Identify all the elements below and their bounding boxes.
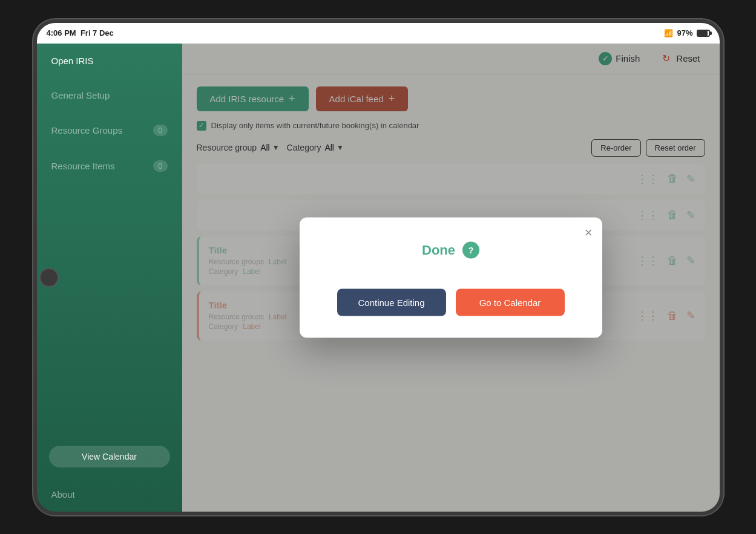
sidebar-bottom: View Calendar About — [37, 436, 182, 512]
modal-buttons: Continue Editing Go to Calendar — [319, 288, 583, 316]
modal-title: Done — [422, 242, 455, 258]
sidebar: Open IRIS General Setup Resource Groups … — [37, 44, 182, 512]
sidebar-label-open-iris: Open IRIS — [51, 56, 94, 66]
view-calendar-button[interactable]: View Calendar — [49, 446, 170, 467]
sidebar-label-resource-groups: Resource Groups — [51, 125, 123, 135]
continue-editing-button[interactable]: Continue Editing — [337, 288, 446, 316]
sidebar-label-resource-items: Resource Items — [51, 161, 115, 171]
wifi-icon: 📶 — [664, 29, 673, 37]
home-button[interactable] — [39, 268, 59, 287]
sidebar-item-about[interactable]: About — [37, 477, 182, 512]
sidebar-item-resource-groups[interactable]: Resource Groups 0 — [37, 112, 182, 148]
main-content: ✓ Finish ↻ Reset Add IRIS resource + — [182, 44, 720, 512]
modal-title-row: Done ? — [319, 241, 583, 258]
battery-percent: 97% — [677, 28, 692, 37]
ipad-frame: 4:06 PM Fri 7 Dec 📶 97% Open IRIS Genera… — [33, 19, 723, 515]
sidebar-item-open-iris[interactable]: Open IRIS — [37, 44, 182, 78]
sidebar-label-general-setup: General Setup — [51, 90, 110, 100]
resource-items-badge: 0 — [153, 160, 167, 172]
battery-icon — [697, 30, 710, 37]
status-bar: 4:06 PM Fri 7 Dec 📶 97% — [37, 23, 720, 44]
done-modal: × Done ? Continue Editing Go to Calendar — [300, 217, 602, 337]
sidebar-label-about: About — [51, 489, 75, 500]
help-badge[interactable]: ? — [462, 241, 479, 258]
modal-close-button[interactable]: × — [585, 226, 593, 239]
resource-groups-badge: 0 — [153, 125, 167, 136]
sidebar-item-general-setup[interactable]: General Setup — [37, 78, 182, 112]
status-time: 4:06 PM Fri 7 Dec — [47, 28, 114, 37]
sidebar-item-resource-items[interactable]: Resource Items 0 — [37, 148, 182, 184]
ipad-side-button — [721, 255, 723, 279]
status-bar-right: 📶 97% — [664, 28, 709, 37]
go-to-calendar-button[interactable]: Go to Calendar — [456, 288, 565, 316]
app-container: Open IRIS General Setup Resource Groups … — [37, 44, 720, 512]
